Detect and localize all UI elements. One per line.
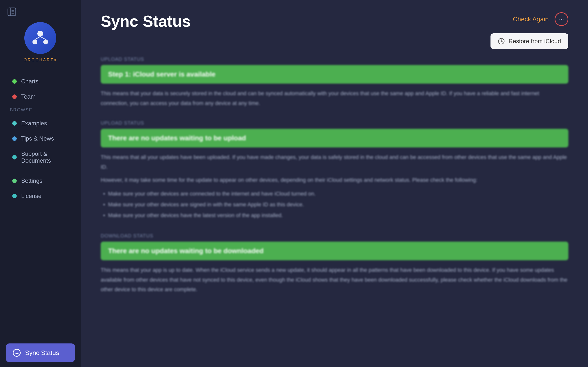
settings-dot — [12, 179, 17, 183]
clock-icon — [498, 38, 505, 45]
section2-bullets: Make sure your other devices are connect… — [101, 188, 568, 221]
section3-banner: There are no updates waiting to be downl… — [101, 242, 568, 260]
page-title: Sync Status — [101, 12, 191, 30]
section3-text: This means that your app is up to date. … — [101, 265, 568, 294]
svg-point-6 — [32, 39, 37, 44]
section2-text2: However, it may take some time for the u… — [101, 175, 568, 185]
sidebar-item-team[interactable]: Team — [7, 90, 73, 104]
cloud-sync-icon: ☁ — [13, 349, 21, 357]
bullet-item-1: Make sure your other devices are connect… — [108, 188, 568, 199]
more-options-button[interactable]: ··· — [555, 12, 568, 26]
section2-label: UPLOAD STATUS — [101, 120, 568, 126]
svg-point-5 — [37, 31, 43, 37]
sync-status-button[interactable]: ☁ Sync Status — [6, 343, 75, 362]
main-header: Sync Status Check Again ··· Restore from… — [81, 0, 588, 56]
download-status-section: DOWNLOAD STATUS There are no updates wai… — [101, 233, 568, 294]
browse-label: BROWSE — [7, 107, 73, 113]
svg-point-7 — [43, 39, 48, 44]
content-area[interactable]: UPLOAD STATUS Step 1: iCloud server is a… — [81, 56, 588, 367]
sidebar-item-license[interactable]: License — [7, 189, 73, 203]
svg-line-8 — [35, 37, 40, 39]
charts-dot — [12, 79, 17, 84]
restore-icloud-button[interactable]: Restore from iCloud — [490, 33, 568, 49]
sidebar-bottom: ☁ Sync Status — [0, 339, 81, 367]
avatar-section: ORGCHARTX — [24, 22, 57, 75]
main-content: Sync Status Check Again ··· Restore from… — [81, 0, 588, 367]
browse-nav: BROWSE Examples Tips & News Support & Do… — [0, 107, 81, 169]
section1-banner: Step 1: iCloud server is available — [101, 65, 568, 84]
sidebar-item-tips[interactable]: Tips & News — [7, 132, 73, 145]
sidebar-toggle[interactable] — [7, 7, 16, 17]
bullet-item-2: Make sure your other devices are signed … — [108, 199, 568, 210]
settings-nav: Settings License — [0, 174, 81, 204]
section2-banner: There are no updates waiting to be uploa… — [101, 129, 568, 147]
tips-dot — [12, 136, 17, 141]
section1-text: This means that your data is securely st… — [101, 89, 568, 108]
upload-status-section-2: UPLOAD STATUS There are no updates waiti… — [101, 120, 568, 221]
examples-dot — [12, 121, 17, 126]
license-dot — [12, 194, 17, 198]
sidebar-item-settings[interactable]: Settings — [7, 174, 73, 188]
upload-status-section-1: UPLOAD STATUS Step 1: iCloud server is a… — [101, 56, 568, 108]
svg-line-9 — [40, 37, 46, 39]
section2-text1: This means that all your updates have be… — [101, 152, 568, 172]
sidebar-item-examples[interactable]: Examples — [7, 117, 73, 130]
team-dot — [12, 94, 17, 99]
section1-label: UPLOAD STATUS — [101, 56, 568, 62]
support-dot — [12, 155, 17, 159]
sidebar: ORGCHARTX Charts Team BROWSE Examples Ti… — [0, 0, 81, 367]
bullet-item-3: Make sure your other devices have the la… — [108, 210, 568, 221]
sidebar-item-support[interactable]: Support & Documents — [7, 147, 73, 168]
sidebar-item-charts[interactable]: Charts — [7, 75, 73, 88]
check-again-button[interactable]: Check Again — [513, 15, 549, 23]
section3-label: DOWNLOAD STATUS — [101, 233, 568, 239]
more-dots-icon: ··· — [559, 16, 564, 23]
main-nav: Charts Team — [0, 75, 81, 105]
app-name: ORGCHARTX — [24, 58, 57, 65]
avatar — [24, 22, 56, 54]
